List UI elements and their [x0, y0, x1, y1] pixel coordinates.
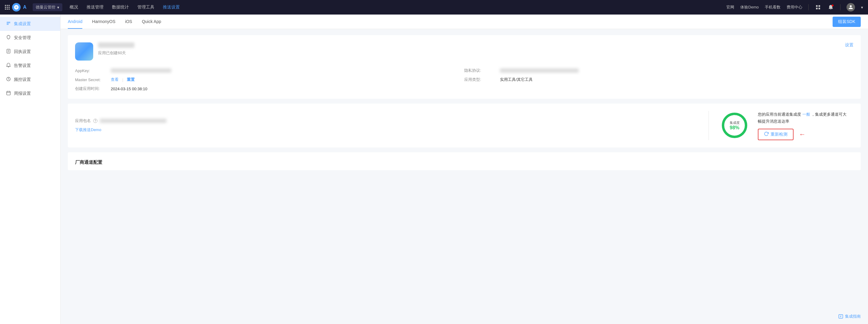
circle-label-pct: 98% — [730, 125, 740, 130]
bell-icon[interactable] — [828, 4, 834, 10]
nav-divider — [808, 4, 809, 10]
tab-android[interactable]: Android — [68, 15, 82, 29]
receipt-icon — [6, 49, 11, 55]
main-content: Android HarmonyOS iOS Quick App 组装SDK 应用… — [61, 14, 868, 324]
app-type-value: 实用工具/其它工具 — [500, 77, 533, 82]
tab-harmonyos[interactable]: HarmonyOS — [92, 15, 115, 29]
chevron-down-icon: ▾ — [57, 5, 59, 10]
app-name-blurred — [98, 42, 134, 48]
package-label: 应用包名 — [75, 118, 91, 123]
vendor-channel-card: 厂商通道配置 — [68, 152, 861, 170]
sidebar-item-security[interactable]: 安全管理 — [0, 31, 60, 45]
cloud-control-dropdown[interactable]: 德曼云管控 ▾ — [33, 3, 62, 11]
created-time-value: 2024-03-15 00:38:10 — [111, 87, 147, 91]
nav-item-manage-tools[interactable]: 管理工具 — [137, 3, 154, 11]
chevron-down-user-icon: ▾ — [861, 5, 863, 10]
vendor-channel-title: 厂商通道配置 — [75, 159, 854, 165]
integration-guide-link[interactable]: 集成指南 — [838, 314, 861, 319]
nav-mobile-view[interactable]: 手机看数 — [765, 4, 780, 10]
assemble-sdk-button[interactable]: 组装SDK — [833, 17, 861, 27]
app-avatar — [75, 42, 93, 61]
nav-item-push-settings[interactable]: 推送设置 — [163, 3, 180, 11]
appkey-label: AppKey: — [75, 68, 108, 73]
integration-info: 您的应用当前通道集成度 一般 ，集成更多通道可大幅提升消息送达率 重新检测 — [758, 111, 849, 140]
bell-notification-dot — [832, 4, 834, 6]
nav-menu: 概况 推送管理 数据统计 管理工具 推送设置 — [70, 3, 724, 11]
package-help-icon[interactable]: ? — [93, 119, 97, 123]
sidebar-item-label: 告警设置 — [14, 63, 31, 68]
app-info-text: 应用已创建60天 — [98, 42, 840, 56]
sidebar-item-integration[interactable]: 集成设置 — [0, 17, 60, 31]
integration-left: 应用包名 ? 下载推送Demo — [75, 118, 701, 132]
sidebar-item-receipt[interactable]: 回执设置 — [0, 45, 60, 59]
view-secret-link[interactable]: 查看 — [111, 77, 119, 82]
master-secret-label: Master Secret: — [75, 78, 108, 82]
svg-rect-2 — [816, 8, 817, 9]
sidebar-item-label: 频控设置 — [14, 77, 31, 82]
appkey-row: AppKey: — [75, 68, 464, 73]
package-row: 应用包名 ? — [75, 118, 701, 123]
master-secret-row: Master Secret: 查看 | 重置 — [75, 77, 464, 82]
integration-right: 集成度 98% 您的应用当前通道集成度 一般 ，集成更多通道可大幅提升消息送达率 — [716, 111, 854, 140]
tab-ios[interactable]: iOS — [125, 15, 132, 29]
created-time-row: 创建应用时间: 2024-03-15 00:38:10 — [75, 86, 464, 91]
separator: | — [122, 78, 123, 82]
nav-item-overview[interactable]: 概况 — [70, 3, 78, 11]
nav-demo[interactable]: 体验Demo — [740, 4, 759, 10]
recheck-button[interactable]: 重新检测 — [758, 129, 794, 140]
layout-icon[interactable] — [815, 4, 822, 10]
integration-circle: 集成度 98% — [721, 112, 748, 139]
user-avatar[interactable] — [846, 3, 855, 11]
app-info-card: 应用已创建60天 设置 AppKey: 隐私协议: Master Secret: — [68, 35, 861, 99]
tab-bar: Android HarmonyOS iOS Quick App 组装SDK — [61, 14, 868, 29]
guide-label: 集成指南 — [845, 314, 861, 319]
svg-rect-6 — [7, 91, 10, 95]
grid-menu-icon[interactable] — [5, 5, 10, 10]
circle-label-text: 集成度 — [730, 120, 740, 125]
integration-card: 应用包名 ? 下载推送Demo — [68, 104, 861, 147]
guide-icon — [838, 314, 843, 319]
privacy-row: 隐私协议: — [464, 68, 854, 73]
sidebar-item-weekly[interactable]: 周报设置 — [0, 87, 60, 100]
app-settings-link[interactable]: 设置 — [845, 42, 854, 48]
nav-right: 官网 体验Demo 手机看数 费用中心 ▾ — [726, 3, 863, 11]
sidebar-item-alert[interactable]: 告警设置 — [0, 59, 60, 73]
integration-info-text: 您的应用当前通道集成度 一般 ，集成更多通道可大幅提升消息送达率 — [758, 111, 849, 125]
app-details: AppKey: 隐私协议: Master Secret: 查看 | 重置 — [75, 68, 854, 91]
sidebar: 集成设置 安全管理 回执设置 告警设置 频控设置 — [0, 14, 61, 324]
nav-divider-2 — [840, 4, 840, 10]
top-nav: A 德曼云管控 ▾ 概况 推送管理 数据统计 管理工具 推送设置 官网 体验De… — [0, 0, 868, 14]
download-demo-link[interactable]: 下载推送Demo — [75, 127, 701, 132]
page-content: 应用已创建60天 设置 AppKey: 隐私协议: Master Secret: — [61, 29, 868, 181]
circle-label: 集成度 98% — [730, 120, 740, 130]
sidebar-item-label: 集成设置 — [14, 21, 31, 27]
shield-icon — [6, 35, 11, 41]
logo-icon — [12, 3, 21, 11]
recheck-button-wrap: 重新检测 ← — [758, 129, 794, 140]
nav-billing[interactable]: 费用中心 — [786, 4, 802, 10]
arrow-indicator: ← — [799, 130, 806, 138]
nav-item-data-stats[interactable]: 数据统计 — [112, 3, 129, 11]
nav-logo[interactable]: A — [12, 3, 27, 11]
recheck-icon — [764, 131, 769, 138]
info-text-before: 您的应用当前通道集成度 — [758, 112, 801, 117]
assemble-sdk-action: 组装SDK — [833, 17, 861, 27]
app-created-days: 应用已创建60天 — [98, 50, 840, 56]
svg-rect-7 — [839, 315, 843, 318]
tab-quick-app[interactable]: Quick App — [142, 15, 161, 29]
integration-divider — [709, 111, 709, 140]
svg-rect-1 — [819, 5, 820, 7]
report-icon — [6, 91, 11, 97]
logo-text: A — [23, 4, 27, 10]
recheck-label: 重新检测 — [771, 132, 787, 137]
created-time-label: 创建应用时间: — [75, 86, 108, 91]
svg-rect-3 — [819, 8, 820, 9]
nav-official-site[interactable]: 官网 — [726, 4, 734, 10]
app-type-row: 应用类型: 实用工具/其它工具 — [464, 77, 854, 82]
reset-secret-link[interactable]: 重置 — [127, 77, 135, 82]
nav-item-push-manage[interactable]: 推送管理 — [87, 3, 103, 11]
frequency-icon — [6, 77, 11, 83]
integration-body: 应用包名 ? 下载推送Demo — [75, 111, 854, 140]
sidebar-item-frequency[interactable]: 频控设置 — [0, 73, 60, 87]
svg-rect-0 — [816, 5, 817, 7]
